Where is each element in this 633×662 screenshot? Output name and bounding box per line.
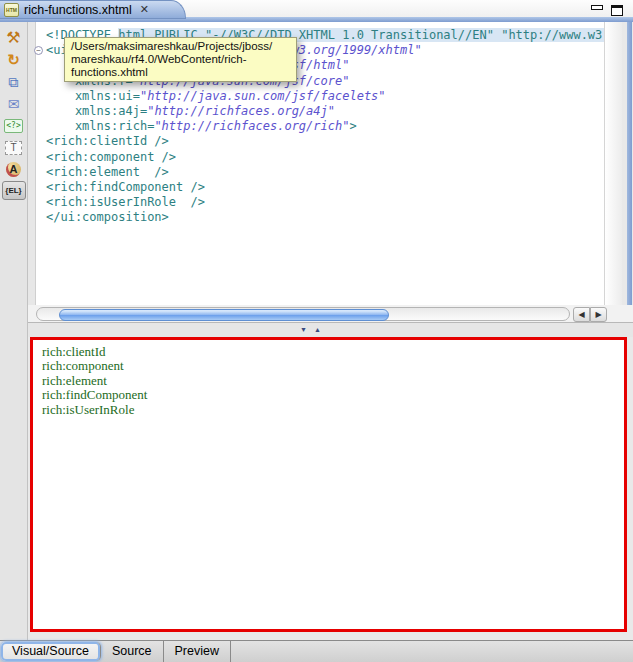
code-segment: xmlns:a4j= xyxy=(46,104,147,118)
code-line-7[interactable]: xmlns:rich="http://richfaces.org/rich"> xyxy=(46,119,604,134)
maximize-icon[interactable] xyxy=(611,5,623,16)
visual-item[interactable]: rich:component xyxy=(42,359,624,373)
invisible-tags-icon[interactable]: <?> xyxy=(1,115,27,136)
annotation-ruler xyxy=(28,22,36,305)
code-segment: <rich:findComponent /> xyxy=(46,180,205,194)
visual-item[interactable]: rich:element xyxy=(42,374,624,388)
tools-icon[interactable]: ⚒ xyxy=(1,27,27,48)
tooltip-line: /Users/maksimareshkau/Projects/jboss/ xyxy=(71,40,290,53)
tooltip-text: /Users/maksimareshkau/Projects/jboss/mar… xyxy=(71,40,290,80)
el-expression-icon[interactable]: {EL} xyxy=(2,181,26,200)
tools-icon-glyph: ⚒ xyxy=(6,30,20,46)
code-segment: xmlns:ui= xyxy=(46,89,140,103)
text-placeholder-icon-glyph: T xyxy=(5,141,21,155)
left-toolbar: ⚒↻⧉✉<?>TA{EL} xyxy=(0,22,28,640)
code-segment: <rich:isUserInRole /> xyxy=(46,195,205,209)
hscroll-thumb[interactable] xyxy=(59,309,389,321)
code-segment: </ui:composition> xyxy=(46,210,169,224)
visual-page-editor: HTM rich-functions.xhtml ✕ ⚒↻⧉✉<?>TA{EL}… xyxy=(0,0,633,662)
editor-tab-rich-functions[interactable]: HTM rich-functions.xhtml ✕ xyxy=(0,0,186,19)
text-placeholder-icon[interactable]: T xyxy=(1,137,27,158)
code-line-5[interactable]: xmlns:ui="http://java.sun.com/jsf/facele… xyxy=(46,89,604,104)
sash-collapse-down-icon[interactable]: ▼ xyxy=(300,326,307,333)
visual-preview-pane[interactable]: rich:clientIdrich:componentrich:elementr… xyxy=(30,337,627,632)
code-line-6[interactable]: xmlns:a4j="http://richfaces.org/a4j" xyxy=(46,104,604,119)
externalize-strings-icon[interactable]: ✉ xyxy=(1,93,27,114)
sash-collapse-up-icon[interactable]: ▲ xyxy=(314,326,321,333)
scroll-left-icon[interactable]: ◀ xyxy=(573,307,590,322)
scroll-right-icon[interactable]: ▶ xyxy=(590,307,607,322)
active-editor-border xyxy=(627,22,632,337)
visual-item[interactable]: rich:clientId xyxy=(42,345,624,359)
vertical-scrollbar[interactable] xyxy=(604,22,622,305)
splitter-sash[interactable]: ▼ ▲ xyxy=(28,323,633,337)
refresh-icon-glyph: ↻ xyxy=(7,52,20,67)
code-line-9[interactable]: <rich:component /> xyxy=(46,150,604,165)
code-segment: <rich:clientId /> xyxy=(46,134,169,148)
code-segment: > xyxy=(349,119,356,133)
code-segment: <rich:element /> xyxy=(46,165,169,179)
externalize-strings-icon-glyph: ✉ xyxy=(8,97,20,111)
code-segment: "http://richfaces.org/a4j" xyxy=(147,104,335,118)
fold-collapse-icon[interactable]: − xyxy=(34,46,43,55)
htm-file-icon: HTM xyxy=(4,3,19,17)
tab-preview[interactable]: Preview xyxy=(164,641,231,662)
code-segment: <rich:component /> xyxy=(46,150,176,164)
code-line-11[interactable]: <rich:findComponent /> xyxy=(46,180,604,195)
file-path-tooltip: /Users/maksimareshkau/Projects/jboss/mar… xyxy=(64,37,297,82)
editor-tabbar: HTM rich-functions.xhtml ✕ xyxy=(0,0,633,22)
visual-item[interactable]: rich:findComponent xyxy=(42,388,624,402)
visual-pane-content: rich:clientIdrich:componentrich:elementr… xyxy=(33,340,624,417)
tab-source[interactable]: Source xyxy=(101,641,164,662)
refresh-icon[interactable]: ↻ xyxy=(1,49,27,70)
tooltip-line: mareshkau/rf4.0/WebContent/rich- xyxy=(71,53,290,66)
code-line-13[interactable]: </ui:composition> xyxy=(46,210,604,225)
code-segment: "http://richfaces.org/rich" xyxy=(154,119,349,133)
visual-item[interactable]: rich:isUserInRole xyxy=(42,403,624,417)
editor-tab-title: rich-functions.xhtml xyxy=(24,3,132,17)
tooltip-line: functions.xhtml xyxy=(71,66,290,79)
bottom-tabbar: Visual/SourceSourcePreview xyxy=(0,640,633,662)
fonts-icon[interactable]: A xyxy=(1,159,27,180)
minimize-icon[interactable] xyxy=(591,5,603,10)
code-line-12[interactable]: <rich:isUserInRole /> xyxy=(46,195,604,210)
fonts-icon-glyph: A xyxy=(6,162,21,177)
page-design-options-icon-glyph: ⧉ xyxy=(9,75,19,89)
close-icon[interactable]: ✕ xyxy=(140,4,149,15)
code-line-8[interactable]: <rich:clientId /> xyxy=(46,134,604,149)
hscroll-track[interactable] xyxy=(36,307,570,321)
code-segment: xmlns:rich= xyxy=(46,119,154,133)
el-expression-icon-glyph: {EL} xyxy=(5,187,21,195)
code-line-10[interactable]: <rich:element /> xyxy=(46,165,604,180)
horizontal-scrollbar[interactable]: ◀ ▶ xyxy=(28,305,633,323)
tab-visual-source[interactable]: Visual/Source xyxy=(1,642,101,661)
code-segment: "http://java.sun.com/jsf/facelets" xyxy=(140,89,386,103)
invisible-tags-icon-glyph: <?> xyxy=(4,119,22,133)
page-design-options-icon[interactable]: ⧉ xyxy=(1,71,27,92)
